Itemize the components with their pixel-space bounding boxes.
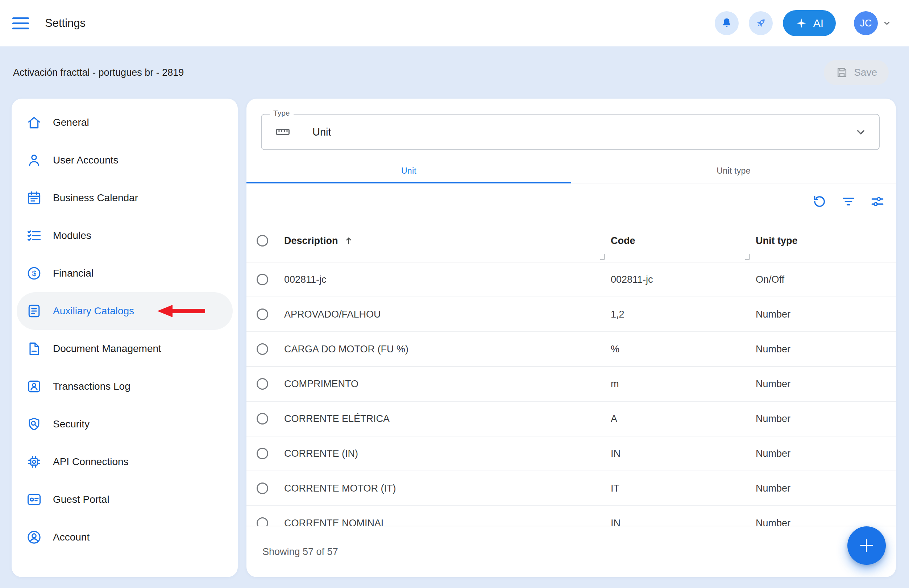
chevron-down-icon xyxy=(854,125,868,139)
sidebar-item-guest-portal[interactable]: Guest Portal xyxy=(17,481,232,519)
filter-icon[interactable] xyxy=(840,193,857,210)
row-code: m xyxy=(611,378,756,390)
avatar: JC xyxy=(854,11,878,35)
row-code: IT xyxy=(611,483,756,494)
row-unit-type: Number xyxy=(756,518,896,526)
type-select-label: Type xyxy=(270,109,294,118)
column-header-description[interactable]: Description xyxy=(284,235,338,247)
ai-button-label: AI xyxy=(813,17,823,29)
column-resize-handle[interactable] xyxy=(745,254,749,260)
row-description: 002811-jc xyxy=(284,274,611,285)
sidebar-item-document-management[interactable]: Document Management xyxy=(17,330,232,368)
table-row[interactable]: CORRENTE MOTOR (IT) IT Number xyxy=(247,471,896,506)
row-checkbox[interactable] xyxy=(257,343,268,355)
sidebar-item-api-connections[interactable]: API Connections xyxy=(17,443,232,481)
auxiliary-catalogs-panel: Type Unit Unit Unit type xyxy=(247,99,896,577)
catalog-card-icon xyxy=(26,303,42,319)
row-description: CORRENTE NOMINAL xyxy=(284,518,611,526)
sidebar-item-transactions-log[interactable]: Transactions Log xyxy=(17,368,232,405)
sidebar-item-account[interactable]: Account xyxy=(17,519,232,556)
row-unit-type: Number xyxy=(756,378,896,390)
tab-bar: Unit Unit type xyxy=(247,160,896,183)
table-row[interactable]: CORRENTE (IN) IN Number xyxy=(247,436,896,471)
sidebar-item-business-calendar[interactable]: Business Calendar xyxy=(17,179,232,217)
table-footer: Showing 57 of 57 xyxy=(247,526,896,577)
save-button[interactable]: Save xyxy=(824,60,889,85)
type-select-value: Unit xyxy=(312,126,331,138)
row-code: IN xyxy=(611,518,756,526)
table-row[interactable]: CORRENTE ELÉTRICA A Number xyxy=(247,402,896,436)
add-button[interactable] xyxy=(848,527,886,565)
content: General User Accounts Business Calendar … xyxy=(0,99,909,577)
table-row[interactable]: CORRENTE NOMINAL IN Number xyxy=(247,506,896,526)
sidebar-item-label: Financial xyxy=(53,268,94,279)
calendar-icon xyxy=(26,190,42,206)
table-row[interactable]: CARGA DO MOTOR (FU %) % Number xyxy=(247,332,896,367)
row-count-summary: Showing 57 of 57 xyxy=(262,546,338,557)
select-all-checkbox[interactable] xyxy=(257,235,268,247)
row-unit-type: On/Off xyxy=(756,274,896,285)
sidebar-item-user-accounts[interactable]: User Accounts xyxy=(17,141,232,179)
sidebar-item-general[interactable]: General xyxy=(17,104,232,141)
sidebar-item-label: Business Calendar xyxy=(53,192,138,204)
ai-button[interactable]: AI xyxy=(783,10,836,36)
shield-search-icon xyxy=(26,416,42,432)
sidebar-item-modules[interactable]: Modules xyxy=(17,217,232,255)
row-checkbox[interactable] xyxy=(257,309,268,320)
table-row[interactable]: APROVADO/FALHOU 1,2 Number xyxy=(247,297,896,332)
row-checkbox[interactable] xyxy=(257,413,268,425)
bell-icon xyxy=(720,17,733,30)
sparkle-icon xyxy=(795,17,807,29)
chevron-down-icon xyxy=(882,18,891,28)
home-icon xyxy=(26,115,42,131)
sidebar-item-security[interactable]: Security xyxy=(17,405,232,443)
column-header-unit-type[interactable]: Unit type xyxy=(756,235,896,247)
row-code: IN xyxy=(611,448,756,459)
row-checkbox[interactable] xyxy=(257,378,268,390)
person-box-icon xyxy=(26,378,42,394)
sidebar-item-label: Guest Portal xyxy=(53,494,110,506)
sidebar-item-label: API Connections xyxy=(53,456,129,468)
row-unit-type: Number xyxy=(756,309,896,320)
table-row[interactable]: 002811-jc 002811-jc On/Off xyxy=(247,262,896,297)
tab-unit[interactable]: Unit xyxy=(247,160,571,183)
top-bar: Settings xyxy=(0,0,909,47)
row-checkbox[interactable] xyxy=(257,483,268,494)
row-description: CARGA DO MOTOR (FU %) xyxy=(284,344,611,355)
page: { "colors": { "accent": "#1a73e8", "back… xyxy=(0,0,909,588)
row-checkbox[interactable] xyxy=(257,448,268,459)
table-row[interactable]: COMPRIMENTO m Number xyxy=(247,367,896,402)
tab-unit-type[interactable]: Unit type xyxy=(571,160,896,183)
menu-icon[interactable] xyxy=(12,18,30,29)
red-arrow-annotation xyxy=(157,304,205,318)
settings-sidebar: General User Accounts Business Calendar … xyxy=(11,99,238,577)
sidebar-item-financial[interactable]: $ Financial xyxy=(17,255,232,292)
row-description: APROVADO/FALHOU xyxy=(284,309,611,320)
profile-menu[interactable]: JC xyxy=(854,11,891,35)
refresh-icon[interactable] xyxy=(811,193,828,210)
sidebar-item-label: Transactions Log xyxy=(53,381,131,392)
whats-new-button[interactable] xyxy=(749,11,773,35)
sidebar-item-label: Modules xyxy=(53,230,91,241)
column-resize-handle[interactable] xyxy=(600,254,605,260)
row-code: 1,2 xyxy=(611,309,756,320)
row-checkbox[interactable] xyxy=(257,517,268,526)
sub-header: Activación fracttal - portugues br - 281… xyxy=(0,47,909,99)
save-floppy-icon xyxy=(835,66,848,79)
user-icon xyxy=(26,152,42,168)
sidebar-item-auxiliary-catalogs[interactable]: Auxiliary Catalogs xyxy=(17,292,232,330)
sort-up-icon[interactable] xyxy=(343,235,354,246)
row-checkbox[interactable] xyxy=(257,274,268,285)
tune-icon[interactable] xyxy=(869,193,886,210)
row-unit-type: Number xyxy=(756,344,896,355)
ruler-icon xyxy=(275,124,291,140)
table-body: 002811-jc 002811-jc On/Off APROVADO/FALH… xyxy=(247,262,896,526)
type-select[interactable]: Type Unit xyxy=(261,114,880,150)
page-title: Settings xyxy=(45,17,86,30)
column-header-code[interactable]: Code xyxy=(611,235,756,247)
dollar-circle-icon: $ xyxy=(26,265,42,281)
sidebar-item-label: User Accounts xyxy=(53,154,118,166)
row-description: CORRENTE (IN) xyxy=(284,448,611,459)
notifications-button[interactable] xyxy=(715,11,739,35)
document-icon xyxy=(26,341,42,357)
